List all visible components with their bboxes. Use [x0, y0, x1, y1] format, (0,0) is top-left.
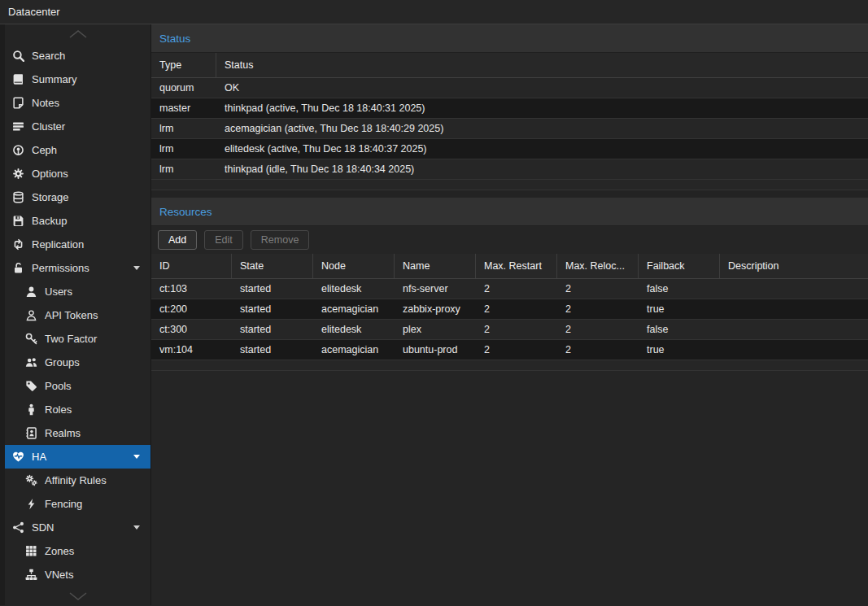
- res-column-header-state[interactable]: State: [232, 254, 313, 278]
- cell-description: [720, 320, 868, 339]
- user-o-icon: [25, 309, 37, 321]
- sidebar-item-groups[interactable]: Groups: [5, 351, 150, 374]
- status-table-body: quorumOKmasterthinkpad (active, Thu Dec …: [151, 78, 868, 180]
- content-filler: [151, 371, 868, 605]
- grid-icon: [25, 545, 37, 557]
- main-layout: SearchSummaryNotesClusterCephOptionsStor…: [0, 24, 868, 605]
- cell-description: [720, 279, 868, 299]
- table-row[interactable]: ct:200startedacemagicianzabbix-proxy22tr…: [151, 299, 868, 320]
- sidebar-item-options[interactable]: Options: [5, 162, 150, 185]
- sidebar-item-label: SDN: [32, 521, 54, 534]
- resources-section-title: Resources: [159, 206, 212, 218]
- scroll-down-indicator[interactable]: [5, 586, 150, 605]
- cell-status: thinkpad (active, Thu Dec 18 18:40:31 20…: [216, 98, 868, 118]
- sidebar-item-ha[interactable]: HA: [5, 445, 150, 469]
- table-row[interactable]: vm:104startedacemagicianubuntu-prod22tru…: [151, 340, 868, 360]
- status-column-header-type[interactable]: Type: [151, 53, 216, 77]
- sidebar-item-roles[interactable]: Roles: [5, 398, 150, 421]
- sidebar-item-label: Backup: [32, 215, 67, 227]
- sidebar-item-label: Ceph: [32, 144, 57, 156]
- table-row[interactable]: quorumOK: [151, 78, 868, 98]
- floppy-icon: [12, 215, 24, 227]
- gear-icon: [12, 168, 24, 180]
- cell-name: plex: [395, 320, 476, 339]
- cell-max-restart: 2: [476, 340, 557, 360]
- sidebar-nav: SearchSummaryNotesClusterCephOptionsStor…: [5, 44, 150, 586]
- sidebar-item-backup[interactable]: Backup: [5, 209, 150, 233]
- res-column-header-max-restart[interactable]: Max. Restart: [476, 254, 557, 278]
- cell-status: thinkpad (idle, Thu Dec 18 18:40:34 2025…: [216, 159, 868, 179]
- sidebar-item-sdn[interactable]: SDN: [5, 516, 150, 539]
- sidebar-item-two-factor[interactable]: Two Factor: [5, 327, 150, 351]
- sidebar-item-cluster[interactable]: Cluster: [5, 115, 150, 138]
- sidebar-item-zones[interactable]: Zones: [5, 539, 150, 563]
- table-row[interactable]: masterthinkpad (active, Thu Dec 18 18:40…: [151, 98, 868, 119]
- cell-id: ct:200: [151, 299, 232, 319]
- sidebar-item-label: Cluster: [32, 120, 65, 133]
- table-row[interactable]: lrmacemagician (active, Thu Dec 18 18:40…: [151, 119, 868, 139]
- sidebar-item-label: Pools: [45, 380, 72, 392]
- page-title: Datacenter: [8, 6, 60, 18]
- search-icon: [12, 50, 24, 62]
- cell-state: started: [232, 340, 313, 360]
- sidebar-item-label: HA: [32, 451, 46, 463]
- chevron-down-icon[interactable]: [133, 266, 140, 270]
- table-row[interactable]: ct:300startedelitedeskplex22false: [151, 320, 868, 340]
- sidebar-item-summary[interactable]: Summary: [5, 68, 150, 91]
- res-column-header-max-reloc[interactable]: Max. Reloc...: [557, 254, 639, 278]
- sidebar-item-api-tokens[interactable]: API Tokens: [5, 303, 150, 327]
- sidebar-item-realms[interactable]: Realms: [5, 421, 150, 445]
- res-column-header-description[interactable]: Description: [720, 254, 868, 278]
- table-row[interactable]: lrmthinkpad (idle, Thu Dec 18 18:40:34 2…: [151, 159, 868, 180]
- cell-max-reloc: 2: [557, 279, 639, 299]
- sidebar-item-label: Replication: [32, 238, 84, 251]
- chevron-down-icon[interactable]: [133, 455, 140, 459]
- sidebar-item-pools[interactable]: Pools: [5, 374, 150, 398]
- status-column-header-status[interactable]: Status: [216, 53, 868, 77]
- sidebar-item-fencing[interactable]: Fencing: [5, 492, 150, 516]
- cell-description: [720, 340, 868, 360]
- content-panel: Status TypeStatus quorumOKmasterthinkpad…: [150, 24, 868, 605]
- sidebar-item-label: Storage: [32, 191, 69, 203]
- res-column-header-node[interactable]: Node: [313, 254, 395, 278]
- sidebar-item-label: Notes: [32, 97, 59, 109]
- cell-state: started: [232, 299, 313, 319]
- resources-table-body: ct:103startedelitedesknfs-server22falsec…: [151, 279, 868, 360]
- sidebar-item-affinity-rules[interactable]: Affinity Rules: [5, 469, 150, 492]
- cell-node: acemagician: [313, 340, 395, 360]
- sidebar-item-label: Fencing: [45, 498, 82, 510]
- res-column-header-id[interactable]: ID: [151, 254, 232, 278]
- sidebar-item-replication[interactable]: Replication: [5, 233, 150, 256]
- res-column-header-name[interactable]: Name: [395, 254, 476, 278]
- cell-id: ct:300: [151, 320, 232, 339]
- chevron-down-icon[interactable]: [133, 525, 140, 530]
- sidebar-item-label: Roles: [45, 403, 72, 416]
- sidebar-item-permissions[interactable]: Permissions: [5, 256, 150, 280]
- users-icon: [25, 356, 37, 368]
- res-column-header-failback[interactable]: Failback: [639, 254, 720, 278]
- status-table-header: TypeStatus: [151, 53, 868, 78]
- sidebar-item-label: Permissions: [32, 262, 89, 274]
- note-icon: [12, 97, 24, 109]
- cell-type: lrm: [151, 119, 216, 138]
- cell-description: [720, 299, 868, 319]
- cell-name: nfs-server: [395, 279, 476, 299]
- cell-failback: false: [639, 279, 720, 299]
- cell-max-restart: 2: [476, 320, 557, 339]
- table-row[interactable]: lrmelitedesk (active, Thu Dec 18 18:40:3…: [151, 139, 868, 159]
- sidebar-item-notes[interactable]: Notes: [5, 91, 150, 115]
- sidebar-item-label: Two Factor: [45, 333, 97, 345]
- scroll-up-indicator[interactable]: [5, 24, 150, 44]
- sidebar-item-label: VNets: [45, 569, 73, 581]
- cell-name: ubuntu-prod: [395, 340, 476, 360]
- sidebar-item-vnets[interactable]: VNets: [5, 563, 150, 586]
- sidebar-item-users[interactable]: Users: [5, 280, 150, 303]
- sidebar-item-storage[interactable]: Storage: [5, 185, 150, 209]
- cell-state: started: [232, 320, 313, 339]
- sidebar-item-search[interactable]: Search: [5, 44, 150, 68]
- cell-status: elitedesk (active, Thu Dec 18 18:40:37 2…: [216, 139, 868, 159]
- add-button[interactable]: Add: [158, 230, 197, 250]
- table-row[interactable]: ct:103startedelitedesknfs-server22false: [151, 279, 868, 299]
- status-section-header: Status: [151, 24, 868, 53]
- sidebar-item-ceph[interactable]: Ceph: [5, 138, 150, 162]
